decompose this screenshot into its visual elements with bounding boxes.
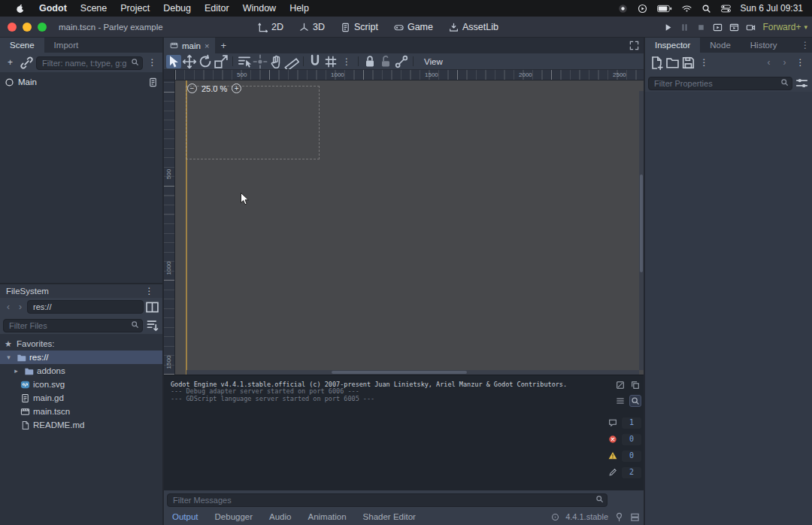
workspace-3d-button[interactable]: 3D bbox=[299, 22, 325, 32]
expand-viewport-icon[interactable] bbox=[629, 38, 644, 53]
menu-project[interactable]: Project bbox=[114, 3, 156, 14]
clear-output-icon[interactable] bbox=[614, 379, 626, 391]
filter-errors-toggle[interactable]: 0 bbox=[607, 433, 641, 445]
spotlight-search-icon[interactable] bbox=[701, 4, 711, 14]
menu-scene[interactable]: Scene bbox=[74, 3, 114, 14]
filesystem-options-icon[interactable]: ⋮ bbox=[142, 284, 156, 299]
filter-messages-toggle[interactable]: 1 bbox=[607, 417, 641, 429]
renderer-select[interactable]: Forward+ ▾ bbox=[762, 22, 807, 32]
list-select-tool[interactable] bbox=[237, 55, 252, 68]
history-back-icon[interactable]: ‹ bbox=[762, 56, 776, 70]
tab-scene[interactable]: Scene bbox=[0, 38, 44, 53]
bottom-tab-animation[interactable]: Animation bbox=[299, 508, 354, 525]
zoom-level[interactable]: 25.0 % bbox=[201, 84, 227, 93]
expand-bottom-panel-icon[interactable] bbox=[630, 512, 640, 522]
tab-history[interactable]: History bbox=[741, 38, 787, 53]
play-circle-icon[interactable] bbox=[638, 4, 647, 14]
instance-scene-button[interactable] bbox=[20, 56, 34, 70]
menu-window[interactable]: Window bbox=[236, 3, 283, 14]
filter-warnings-toggle[interactable]: 0 bbox=[607, 450, 641, 462]
search-messages-icon[interactable] bbox=[629, 395, 641, 407]
history-back-icon[interactable]: ‹ bbox=[3, 302, 14, 312]
property-filter-options-icon[interactable] bbox=[795, 76, 809, 90]
update-status-icon[interactable] bbox=[551, 513, 559, 521]
apple-menu-icon[interactable] bbox=[9, 4, 32, 14]
copy-output-icon[interactable] bbox=[629, 379, 641, 391]
tab-inspector[interactable]: Inspector bbox=[645, 38, 700, 53]
history-forward-icon[interactable]: › bbox=[777, 56, 792, 70]
play-button[interactable] bbox=[663, 23, 673, 32]
pan-tool[interactable] bbox=[268, 55, 283, 68]
wifi-icon[interactable] bbox=[682, 4, 692, 14]
smart-snap-icon[interactable] bbox=[308, 55, 323, 68]
scale-tool[interactable] bbox=[214, 55, 229, 68]
rotate-tool[interactable] bbox=[198, 55, 213, 68]
lock-icon[interactable] bbox=[362, 55, 377, 68]
2d-viewport[interactable]: 500 1000 1500 2000 2500 500 1000 1500 − … bbox=[164, 70, 644, 375]
scene-filter-input[interactable] bbox=[36, 56, 143, 70]
scene-tab-main[interactable]: main × bbox=[164, 38, 215, 53]
path-field[interactable]: res:// bbox=[27, 300, 144, 314]
stop-button[interactable] bbox=[696, 23, 706, 32]
scene-node-main[interactable]: Main bbox=[0, 74, 162, 90]
skeleton-icon[interactable] bbox=[394, 55, 409, 68]
menu-godot[interactable]: Godot bbox=[32, 3, 74, 14]
bottom-tab-output[interactable]: Output bbox=[164, 508, 207, 525]
fs-item-readme[interactable]: README.md bbox=[0, 418, 162, 432]
ruler-tool[interactable] bbox=[284, 55, 299, 68]
new-scene-tab-button[interactable]: + bbox=[215, 38, 232, 53]
close-tab-icon[interactable]: × bbox=[205, 41, 209, 50]
fs-item-main-tscn[interactable]: main.tscn bbox=[0, 405, 162, 418]
save-resource-icon[interactable] bbox=[681, 56, 695, 70]
grid-snap-icon[interactable] bbox=[323, 55, 338, 68]
scene-tree[interactable]: Main bbox=[0, 72, 162, 283]
control-center-icon[interactable] bbox=[721, 4, 731, 14]
bottom-tab-debugger[interactable]: Debugger bbox=[207, 508, 262, 525]
history-forward-icon[interactable]: › bbox=[15, 302, 26, 312]
sort-files-icon[interactable] bbox=[145, 318, 159, 332]
tab-node[interactable]: Node bbox=[700, 38, 741, 53]
minimize-window-button[interactable] bbox=[23, 23, 32, 32]
toggle-format-icon[interactable] bbox=[614, 395, 626, 407]
output-log[interactable]: Godot Engine v4.4.1.stable.official (c) … bbox=[164, 375, 644, 490]
collapse-arrow-icon[interactable]: ▾ bbox=[5, 354, 13, 361]
favorites-row[interactable]: ★ Favorites: bbox=[0, 337, 162, 351]
fs-item-res[interactable]: ▾ res:// bbox=[0, 351, 162, 364]
bottom-tab-audio[interactable]: Audio bbox=[261, 508, 299, 525]
resource-options-icon[interactable]: ⋮ bbox=[697, 56, 711, 70]
play-scene-button[interactable] bbox=[713, 23, 723, 32]
menu-debug[interactable]: Debug bbox=[156, 3, 198, 14]
menu-clock[interactable]: Sun 6 Jul 09:31 bbox=[741, 3, 803, 14]
pivot-tool[interactable] bbox=[253, 55, 268, 68]
tab-import[interactable]: Import bbox=[44, 38, 89, 53]
pin-bottom-panel-icon[interactable] bbox=[614, 512, 624, 522]
viewport-vscrollbar[interactable] bbox=[639, 91, 644, 370]
canvas[interactable]: − 25.0 % + bbox=[175, 80, 644, 375]
inspector-options-icon[interactable]: ⋮ bbox=[793, 56, 807, 70]
workspace-assetlib-button[interactable]: AssetLib bbox=[449, 22, 498, 32]
ruler-horizontal[interactable]: 500 1000 1500 2000 2500 bbox=[175, 70, 644, 80]
workspace-2d-button[interactable]: 2D bbox=[258, 22, 283, 32]
filesystem-filter-input[interactable] bbox=[3, 319, 143, 332]
split-view-icon[interactable] bbox=[145, 300, 159, 314]
inspector-filter-input[interactable] bbox=[648, 77, 792, 90]
filter-editor-messages-toggle[interactable]: 2 bbox=[607, 466, 641, 478]
unlock-icon[interactable] bbox=[378, 55, 393, 68]
scene-options-icon[interactable]: ⋮ bbox=[145, 56, 159, 70]
movie-writer-button[interactable] bbox=[746, 23, 756, 32]
view-menu-button[interactable]: View bbox=[417, 57, 450, 66]
workspace-script-button[interactable]: Script bbox=[341, 22, 378, 32]
fs-item-icon-svg[interactable]: icon.svg bbox=[0, 378, 162, 391]
battery-icon[interactable] bbox=[657, 5, 672, 13]
workspace-game-button[interactable]: Game bbox=[394, 22, 433, 32]
load-resource-icon[interactable] bbox=[665, 56, 680, 70]
filesystem-tree[interactable]: ★ Favorites: ▾ res:// ▸ addons icon.svg … bbox=[0, 334, 162, 525]
pause-button[interactable] bbox=[680, 23, 689, 32]
fs-item-main-gd[interactable]: main.gd bbox=[0, 391, 162, 405]
select-tool[interactable] bbox=[166, 55, 181, 68]
move-tool[interactable] bbox=[182, 55, 197, 68]
dock-options-icon[interactable]: ⋮ bbox=[798, 38, 812, 53]
menu-editor[interactable]: Editor bbox=[198, 3, 236, 14]
play-custom-scene-button[interactable] bbox=[729, 23, 739, 32]
menu-help[interactable]: Help bbox=[283, 3, 316, 14]
